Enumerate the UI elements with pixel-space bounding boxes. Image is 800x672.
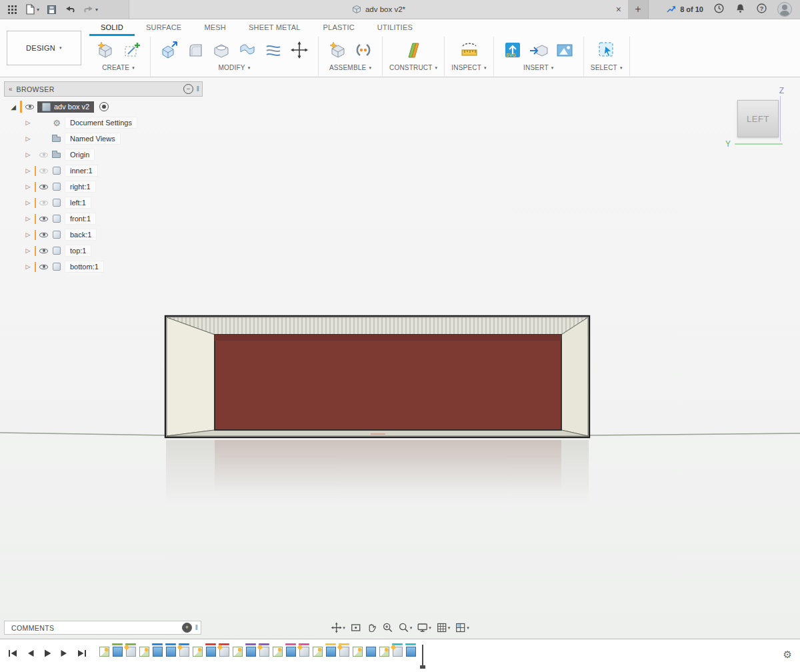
browser-row[interactable]: ▷ Named Views bbox=[4, 131, 211, 147]
visibility-eye-icon[interactable] bbox=[39, 150, 49, 160]
browser-panel-header[interactable]: « BROWSER − ‖ bbox=[4, 81, 203, 97]
browser-item-label[interactable]: left:1 bbox=[65, 197, 91, 209]
visibility-eye-icon[interactable] bbox=[25, 102, 35, 112]
timeline-feature-component[interactable] bbox=[391, 643, 404, 657]
collapse-panel-icon[interactable]: « bbox=[5, 85, 17, 93]
expand-arrow-icon[interactable]: ▷ bbox=[24, 231, 32, 238]
create-sketch-button[interactable] bbox=[119, 38, 143, 62]
ribbon-tab[interactable]: SHEET METAL bbox=[237, 19, 312, 36]
browser-row[interactable]: ▷ back:1 bbox=[4, 227, 211, 243]
close-document-icon[interactable]: × bbox=[616, 0, 621, 19]
insert-canvas-button[interactable] bbox=[553, 38, 577, 62]
panel-resize-handle[interactable]: ‖ bbox=[197, 85, 199, 93]
timeline-feature-extrude[interactable] bbox=[111, 643, 124, 657]
timeline-feature-component[interactable] bbox=[124, 643, 137, 657]
select-button[interactable] bbox=[595, 38, 619, 62]
notifications-button[interactable] bbox=[735, 3, 746, 17]
display-settings-button[interactable]: ▾ bbox=[415, 621, 433, 635]
timeline-feature-component[interactable] bbox=[217, 643, 231, 657]
browser-row[interactable]: ▷ right:1 bbox=[4, 179, 211, 195]
minimize-panel-button[interactable]: − bbox=[183, 84, 193, 94]
expand-arrow-icon[interactable]: ▷ bbox=[24, 119, 32, 126]
timeline-feature-sketch[interactable] bbox=[231, 643, 244, 657]
view-cube[interactable]: Z LEFT Y bbox=[727, 87, 788, 153]
timeline-feature-component[interactable] bbox=[337, 643, 351, 657]
timeline-feature-component[interactable] bbox=[297, 643, 311, 657]
timeline-feature-extrude[interactable] bbox=[151, 643, 164, 657]
construct-plane-button[interactable] bbox=[401, 38, 425, 62]
timeline-feature-extrude[interactable] bbox=[244, 643, 257, 657]
fit-button[interactable]: ▾ bbox=[397, 621, 414, 635]
visibility-eye-icon[interactable] bbox=[39, 262, 49, 272]
construct-menu[interactable]: CONSTRUCT▾ bbox=[389, 64, 437, 71]
timeline-feature-sketch[interactable] bbox=[137, 643, 151, 657]
browser-row[interactable]: ▷ Document Settings bbox=[4, 115, 211, 131]
insert-svg-button[interactable]: SVG bbox=[501, 38, 525, 62]
new-component-button[interactable] bbox=[325, 38, 349, 62]
browser-item-label[interactable]: inner:1 bbox=[65, 165, 98, 177]
create-menu[interactable]: CREATE▾ bbox=[102, 64, 135, 71]
active-document-chip[interactable]: adv box v2 bbox=[37, 101, 94, 113]
press-pull-button[interactable] bbox=[157, 38, 181, 62]
panel-resize-handle[interactable]: ‖ bbox=[195, 624, 198, 631]
move-copy-button[interactable] bbox=[287, 38, 311, 62]
viewport-canvas[interactable]: Z LEFT Y « BROWSER − ‖ ◢ adv box v2 ▷ bbox=[0, 77, 800, 639]
timeline-settings-gear-icon[interactable]: ⚙ bbox=[783, 649, 792, 661]
timeline-feature-component[interactable] bbox=[257, 643, 271, 657]
inspect-menu[interactable]: INSPECT▾ bbox=[451, 64, 486, 71]
browser-row[interactable]: ▷ inner:1 bbox=[4, 163, 211, 179]
browser-item-label[interactable]: front:1 bbox=[65, 213, 96, 225]
pan-button[interactable] bbox=[365, 621, 379, 635]
visibility-eye-icon[interactable] bbox=[39, 214, 49, 224]
comments-panel-header[interactable]: COMMENTS + ‖ bbox=[4, 621, 201, 635]
browser-item-label[interactable]: bottom:1 bbox=[65, 261, 104, 273]
redo-button[interactable]: ▾ bbox=[81, 1, 99, 17]
browser-item-label[interactable]: Origin bbox=[65, 149, 95, 161]
combine-button[interactable] bbox=[235, 38, 259, 62]
expand-arrow-icon[interactable]: ▷ bbox=[24, 151, 32, 158]
insert-derive-button[interactable] bbox=[527, 38, 551, 62]
select-menu[interactable]: SELECT▾ bbox=[591, 64, 623, 71]
grid-settings-button[interactable]: ▾ bbox=[435, 621, 452, 635]
step-back-button[interactable] bbox=[26, 648, 35, 659]
joint-button[interactable] bbox=[351, 38, 375, 62]
new-tab-button[interactable]: + bbox=[628, 0, 649, 19]
look-at-button[interactable] bbox=[349, 621, 363, 635]
browser-row[interactable]: ▷ top:1 bbox=[4, 243, 211, 259]
shell-button[interactable] bbox=[209, 38, 233, 62]
visibility-eye-icon[interactable] bbox=[39, 230, 49, 240]
workspace-switcher-design[interactable]: DESIGN ▾ bbox=[7, 31, 81, 65]
timeline-feature-sketch[interactable] bbox=[191, 643, 204, 657]
browser-row[interactable]: ▷ left:1 bbox=[4, 195, 211, 211]
undo-button[interactable] bbox=[63, 1, 77, 17]
browser-item-label[interactable]: Document Settings bbox=[65, 117, 137, 129]
skip-to-start-button[interactable] bbox=[7, 648, 19, 659]
zoom-button[interactable] bbox=[381, 621, 395, 635]
step-forward-button[interactable] bbox=[59, 648, 69, 659]
user-avatar[interactable] bbox=[777, 2, 792, 17]
ribbon-tab[interactable]: SURFACE bbox=[135, 19, 193, 36]
add-comment-button[interactable]: + bbox=[182, 623, 192, 633]
timeline-feature-sketch[interactable] bbox=[271, 643, 284, 657]
document-tab[interactable]: adv box v2* × bbox=[129, 0, 629, 19]
browser-root-row[interactable]: ◢ adv box v2 bbox=[4, 99, 211, 115]
ribbon-tab[interactable]: MESH bbox=[193, 19, 237, 36]
expand-arrow-icon[interactable]: ▷ bbox=[24, 183, 32, 190]
insert-menu[interactable]: INSERT▾ bbox=[523, 64, 553, 71]
timeline-feature-extrude[interactable] bbox=[404, 643, 417, 657]
timeline-feature-extrude[interactable] bbox=[284, 643, 297, 657]
fillet-button[interactable] bbox=[183, 38, 207, 62]
browser-item-label[interactable]: right:1 bbox=[65, 181, 96, 193]
timeline-feature-sketch[interactable] bbox=[97, 643, 111, 657]
browser-item-label[interactable]: back:1 bbox=[65, 229, 97, 241]
expand-arrow-icon[interactable]: ▷ bbox=[24, 247, 32, 254]
assemble-menu[interactable]: ASSEMBLE▾ bbox=[329, 64, 371, 71]
ribbon-tab[interactable]: SOLID bbox=[89, 19, 135, 36]
timeline-feature-extrude[interactable] bbox=[204, 643, 217, 657]
help-button[interactable]: ? bbox=[756, 3, 767, 17]
expand-arrow-icon[interactable]: ▷ bbox=[24, 135, 32, 142]
timeline-feature-extrude[interactable] bbox=[364, 643, 377, 657]
expand-arrow-icon[interactable]: ▷ bbox=[24, 167, 32, 174]
view-cube-face[interactable]: LEFT bbox=[737, 100, 779, 137]
timeline-feature-extrude[interactable] bbox=[164, 643, 177, 657]
